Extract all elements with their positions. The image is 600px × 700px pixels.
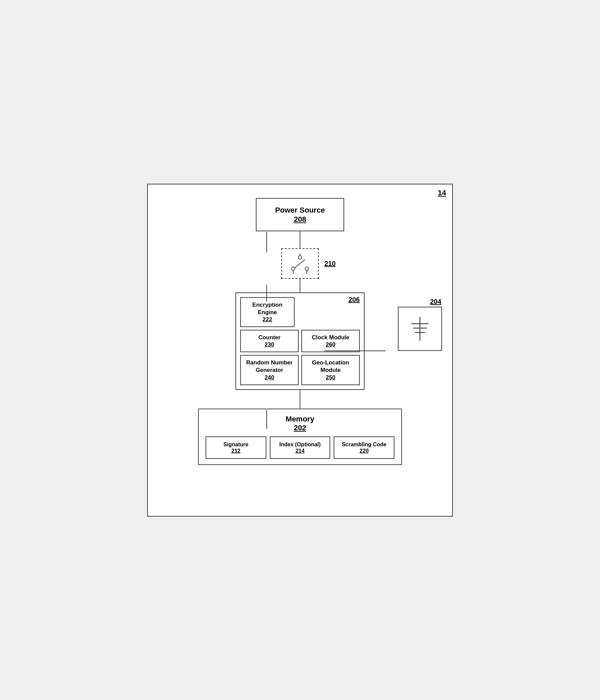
svg-point-4 <box>292 267 295 270</box>
switch-label: 210 <box>324 260 336 268</box>
rng-box: Random Number Generator 240 <box>240 355 299 385</box>
counter-clock-row: Counter 230 Clock Module 260 <box>240 330 360 352</box>
device-204-box: 204 <box>398 307 442 351</box>
signature-number: 212 <box>209 448 263 454</box>
geo-location-box: Geo-Location Module 250 <box>301 355 360 385</box>
counter-box: Counter 230 <box>240 330 299 352</box>
index-optional-title: Index (Optional) <box>273 441 327 448</box>
encryption-engine-number: 222 <box>246 316 289 323</box>
switch-box <box>281 248 319 279</box>
scrambling-code-title: Scrambling Code <box>337 441 391 448</box>
svg-point-5 <box>298 256 302 259</box>
power-source-title: Power Source <box>267 205 333 215</box>
geo-location-title: Geo-Location Module <box>306 359 355 374</box>
scrambling-code-box: Scrambling Code 220 <box>334 436 394 459</box>
rng-geo-row: Random Number Generator 240 Geo-Location… <box>240 355 360 385</box>
device-204-label: 204 <box>430 298 441 306</box>
svg-line-6 <box>295 259 305 268</box>
power-source-number: 208 <box>267 215 333 224</box>
counter-title: Counter <box>245 334 294 341</box>
clock-module-box: Clock Module 260 <box>301 330 360 352</box>
page-container: 14 Power Source 208 <box>147 184 453 517</box>
svg-point-7 <box>305 267 308 270</box>
line-ps-to-switch <box>300 231 300 248</box>
signature-title: Signature <box>209 441 263 448</box>
scrambling-code-number: 220 <box>337 448 391 454</box>
encryption-engine-box: Encryption Engine 222 <box>240 297 295 327</box>
line-module-to-memory <box>300 390 300 409</box>
module-206-label: 206 <box>349 296 360 304</box>
counter-number: 230 <box>245 341 294 348</box>
power-source-box: Power Source 208 <box>256 198 344 232</box>
rng-title: Random Number Generator <box>245 359 294 374</box>
memory-sub-boxes-row: Signature 212 Index (Optional) 214 Scram… <box>206 436 394 459</box>
memory-number: 202 <box>294 424 306 432</box>
rng-number: 240 <box>245 374 294 381</box>
index-optional-number: 214 <box>273 448 327 454</box>
memory-box: Memory 202 Signature 212 Index (Optional… <box>198 409 402 465</box>
encryption-engine-title: Encryption Engine <box>246 301 289 316</box>
line-switch-to-module <box>300 279 300 292</box>
module-206: 206 Encryption Engine 222 Counter 230 Cl… <box>235 292 365 390</box>
memory-title-text: Memory <box>286 415 314 423</box>
switch-symbol-svg <box>288 253 312 274</box>
geo-location-number: 250 <box>306 374 355 381</box>
clock-module-title: Clock Module <box>306 334 355 341</box>
switch-container: 210 <box>281 248 319 279</box>
memory-title-area: Memory 202 <box>206 415 394 432</box>
index-optional-box: Index (Optional) 214 <box>270 436 331 459</box>
device-204-symbol <box>406 315 434 342</box>
signature-box: Signature 212 <box>206 436 266 459</box>
clock-module-number: 260 <box>306 341 355 348</box>
